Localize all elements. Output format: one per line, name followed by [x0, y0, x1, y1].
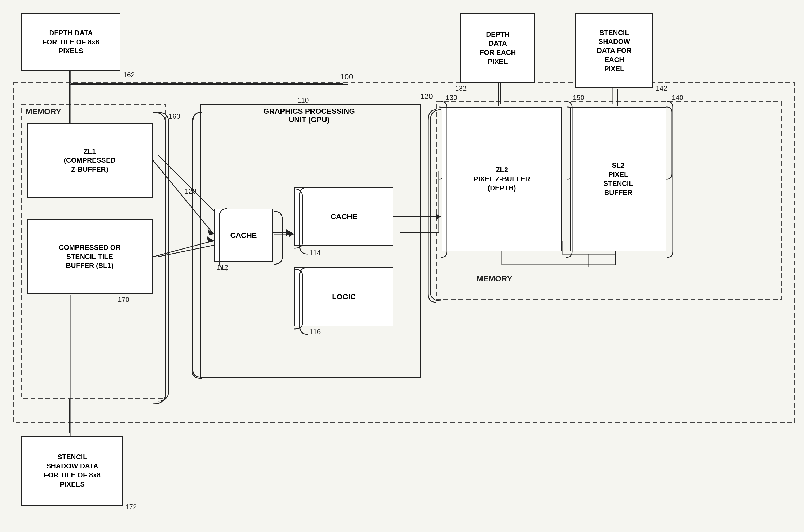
svg-marker-12: [286, 229, 292, 236]
stencil-shadow-pixel-box: STENCIL SHADOW DATA FOR EACH PIXEL: [575, 13, 653, 88]
ref-116: 116: [309, 328, 321, 336]
ref-110: 110: [297, 96, 309, 104]
ref-130: 130: [445, 94, 457, 102]
ref-120-left: 120: [185, 187, 196, 195]
ref-172: 172: [125, 503, 137, 511]
depth-data-tile-box: DEPTH DATA FOR TILE OF 8x8 PIXELS: [21, 13, 121, 71]
ref-150: 150: [573, 94, 584, 102]
ref-140: 140: [672, 94, 683, 102]
ref-112: 112: [217, 264, 228, 272]
ref-132: 132: [455, 84, 467, 93]
ref-142: 142: [656, 84, 667, 93]
ref-114: 114: [309, 249, 321, 257]
ref-100: 100: [340, 72, 353, 81]
zl2-box: ZL2 PIXEL Z-BUFFER (DEPTH): [442, 107, 562, 251]
svg-line-29: [153, 241, 214, 257]
depth-data-pixel-box: DEPTH DATA FOR EACH PIXEL: [460, 13, 535, 83]
ref-120-right: 120: [420, 92, 433, 101]
ref-170: 170: [118, 296, 129, 304]
sl2-box: SL2 PIXEL STENCIL BUFFER: [570, 107, 666, 251]
svg-line-27: [153, 160, 214, 234]
stencil-shadow-tile-box: STENCIL SHADOW DATA FOR TILE OF 8x8 PIXE…: [21, 436, 123, 506]
sl1-box: COMPRESSED OR STENCIL TILE BUFFER (SL1): [27, 219, 152, 294]
memory-right-label: MEMORY: [476, 274, 512, 283]
gpu-label: GRAPHICS PROCESSINGUNIT (GPU): [212, 107, 407, 124]
svg-marker-34: [436, 213, 441, 220]
zl1-box: ZL1 (COMPRESSED Z-BUFFER): [27, 123, 152, 198]
ref-162: 162: [123, 71, 135, 79]
memory-left-label: MEMORY: [25, 107, 61, 116]
ref-160: 160: [169, 112, 180, 121]
